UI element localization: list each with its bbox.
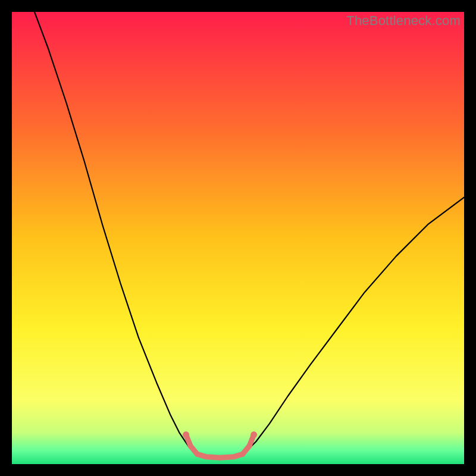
highlight-dot [217, 455, 223, 461]
bottleneck-chart [12, 12, 464, 464]
highlight-dot [247, 443, 252, 449]
watermark-text: TheBottleneck.com [346, 13, 461, 29]
highlight-end-dot [183, 431, 189, 438]
highlight-dot [195, 452, 200, 457]
chart-frame: TheBottleneck.com [12, 12, 464, 464]
highlight-end-dot [250, 431, 257, 438]
highlight-dot [188, 443, 193, 449]
gradient-bg [12, 12, 464, 464]
highlight-dot [240, 452, 245, 457]
